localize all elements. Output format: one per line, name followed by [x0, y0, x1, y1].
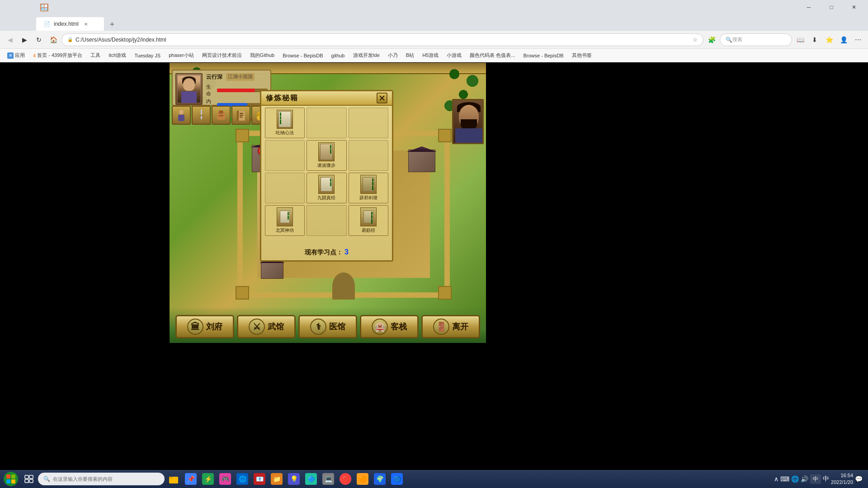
- sword-svg: [195, 108, 207, 122]
- systray-network-icon[interactable]: 🌐: [791, 475, 799, 483]
- bookmark-bepis1-label: Browse - BepisDB: [283, 53, 323, 58]
- skill-cell-empty-1-3[interactable]: [349, 108, 388, 138]
- pin4-bg: 🌐: [236, 473, 248, 485]
- start-button[interactable]: [2, 471, 20, 487]
- modal-close-button[interactable]: [377, 93, 387, 103]
- back-button[interactable]: ◀: [4, 33, 16, 46]
- skill-cell-empty-2-1[interactable]: [265, 140, 305, 171]
- maximize-button[interactable]: □: [821, 2, 842, 13]
- skill-cell-pixie[interactable]: 辟邪剑谱: [349, 173, 388, 203]
- svg-rect-23: [25, 475, 28, 479]
- bookmark-github2[interactable]: github: [328, 52, 349, 59]
- taskbar-icon-pin1[interactable]: 📌: [183, 471, 199, 487]
- account-button[interactable]: 👤: [837, 33, 850, 46]
- skill-cell-empty-3-1[interactable]: [265, 173, 305, 203]
- svg-rect-24: [29, 475, 33, 479]
- skill-name-pixie: 辟邪剑谱: [359, 195, 377, 201]
- skill-row-3: 九阴真经 辟邪剑谱: [265, 173, 388, 203]
- action-book-icon[interactable]: [231, 106, 250, 125]
- url-text: C:/Users/Asus/Desktop/jy2/index.html: [75, 37, 690, 43]
- systray-notification-icon[interactable]: 💬: [855, 475, 863, 483]
- taskbar-search[interactable]: 🔍 在这里输入你要搜索的内容: [38, 473, 165, 485]
- right-black-panel: [653, 0, 868, 488]
- action-person-icon[interactable]: [172, 106, 191, 125]
- active-tab[interactable]: 📄 index.html ✕: [36, 17, 104, 31]
- bookmark-phaser[interactable]: phaser小站: [165, 51, 198, 60]
- taskbar-icon-pin7[interactable]: 💡: [286, 471, 302, 487]
- skill-cell-yijin[interactable]: 易筋经: [349, 205, 388, 236]
- taskbar-icon-explorer[interactable]: [165, 471, 182, 487]
- bookmark-web-design[interactable]: 网页设计技术前沿: [198, 51, 245, 60]
- char-avatar-image: [178, 75, 200, 103]
- bookmark-bepis2[interactable]: Browse - BepisDB: [519, 52, 567, 59]
- taskbar-icon-pin9[interactable]: 💻: [320, 471, 336, 487]
- nav-btn-leave[interactable]: 🚪 离开: [421, 315, 480, 338]
- bookmark-colors[interactable]: 颜色代码表 色值表...: [466, 51, 519, 60]
- reading-mode-button[interactable]: 📖: [794, 33, 807, 46]
- systray-ime-icon[interactable]: 中: [823, 475, 829, 483]
- bookmark-h5[interactable]: H5游戏: [419, 51, 442, 60]
- skill-cell-tutuo[interactable]: 吐纳心法: [265, 108, 305, 138]
- home-button[interactable]: 🏠: [47, 33, 60, 46]
- tab-close-button[interactable]: ✕: [82, 20, 90, 28]
- extensions-button[interactable]: 🧩: [705, 33, 718, 46]
- taskbar-icon-pin12[interactable]: 🌍: [372, 471, 388, 487]
- skill-cell-lingbo[interactable]: 凌波微步: [307, 140, 346, 171]
- bookmark-bilibili[interactable]: B站: [402, 51, 418, 60]
- bookmark-itch[interactable]: itch游戏: [105, 51, 130, 60]
- taskbar-icon-pin5[interactable]: 📧: [251, 471, 268, 487]
- search-bar[interactable]: 🔍 搜索: [720, 33, 792, 46]
- new-tab-button[interactable]: +: [106, 18, 118, 31]
- systray-keyboard-icon[interactable]: ⌨: [780, 475, 789, 483]
- nav-btn-yiguan[interactable]: ⚕ 医馆: [298, 315, 357, 338]
- bookmark-star-icon[interactable]: ☆: [693, 37, 698, 43]
- bookmark-github[interactable]: 我的Github: [246, 51, 278, 60]
- systray-language-btn[interactable]: 中: [810, 474, 821, 484]
- skill-cell-jiuyin[interactable]: 九阴真经: [307, 173, 346, 203]
- systray-speaker-icon[interactable]: 🔊: [801, 475, 808, 483]
- taskbar-icon-pin8[interactable]: 🔷: [303, 471, 319, 487]
- settings-button[interactable]: ⋯: [852, 33, 864, 46]
- taskbar-icon-pin10[interactable]: 🔴: [337, 471, 354, 487]
- bookmark-more[interactable]: 其他书签: [568, 51, 595, 60]
- bookmark-xiaonai[interactable]: 小乃: [384, 51, 401, 60]
- skill-cell-empty-4-2[interactable]: [307, 205, 346, 236]
- download-button[interactable]: ⬇: [808, 33, 821, 46]
- skill-cell-empty-1-2[interactable]: [307, 108, 346, 138]
- systray-clock[interactable]: 16:54 2022/1/20: [831, 472, 853, 486]
- nav-btn-kezhan[interactable]: 🏨 客栈: [360, 315, 419, 338]
- windows-logo-svg: [6, 474, 16, 484]
- skill-cell-beiming[interactable]: 北冥神功: [265, 205, 305, 236]
- task-view-button[interactable]: [21, 471, 37, 487]
- bookmark-apps[interactable]: ⊞ 应用: [4, 51, 28, 60]
- taskbar-icon-pin2[interactable]: ⚡: [200, 471, 216, 487]
- taskbar-icon-pin6[interactable]: 📁: [269, 471, 285, 487]
- nav-btn-wuguan[interactable]: ⚔ 武馆: [237, 315, 296, 338]
- pin2-bg: ⚡: [202, 473, 214, 485]
- bookmark-tools[interactable]: 工具: [87, 51, 104, 60]
- bookmark-bepis1[interactable]: Browse - BepisDB: [279, 52, 326, 59]
- bookmark-web-design-label: 网页设计技术前沿: [202, 52, 242, 59]
- bookmark-4399[interactable]: 4 首页 - 4399开放平台: [29, 51, 86, 60]
- action-bag-icon[interactable]: [212, 106, 231, 125]
- forward-button[interactable]: ▶: [18, 33, 31, 46]
- address-bar[interactable]: 🔒 C:/Users/Asus/Desktop/jy2/index.html ☆: [61, 33, 703, 46]
- bookmark-minigame[interactable]: 小游戏: [443, 51, 465, 60]
- taskbar-icon-pin4[interactable]: 🌐: [234, 471, 250, 487]
- close-button[interactable]: ✕: [844, 2, 864, 13]
- taskbar-icon-pin3[interactable]: 🎮: [217, 471, 233, 487]
- svg-point-0: [179, 110, 184, 114]
- nav-btn-liufu[interactable]: 🏛 刘府: [175, 315, 234, 338]
- reload-button[interactable]: ↻: [33, 33, 45, 46]
- action-sword-icon[interactable]: [192, 106, 211, 125]
- skill-cell-empty-2-3[interactable]: [349, 140, 388, 171]
- skill-modal: 修炼秘籍: [260, 90, 393, 262]
- collection-button[interactable]: ⭐: [823, 33, 835, 46]
- systray-up-arrow[interactable]: ∧: [774, 475, 778, 483]
- bookmark-gameide[interactable]: 游戏开发Ide: [349, 51, 383, 60]
- minimize-button[interactable]: ─: [798, 2, 819, 13]
- taskbar-icon-pin13[interactable]: 🔵: [389, 471, 405, 487]
- liufu-icon: 🏛: [187, 319, 203, 335]
- taskbar-icon-pin11[interactable]: 🟠: [354, 471, 371, 487]
- bookmark-tuesday[interactable]: Tuesday JS: [131, 52, 165, 59]
